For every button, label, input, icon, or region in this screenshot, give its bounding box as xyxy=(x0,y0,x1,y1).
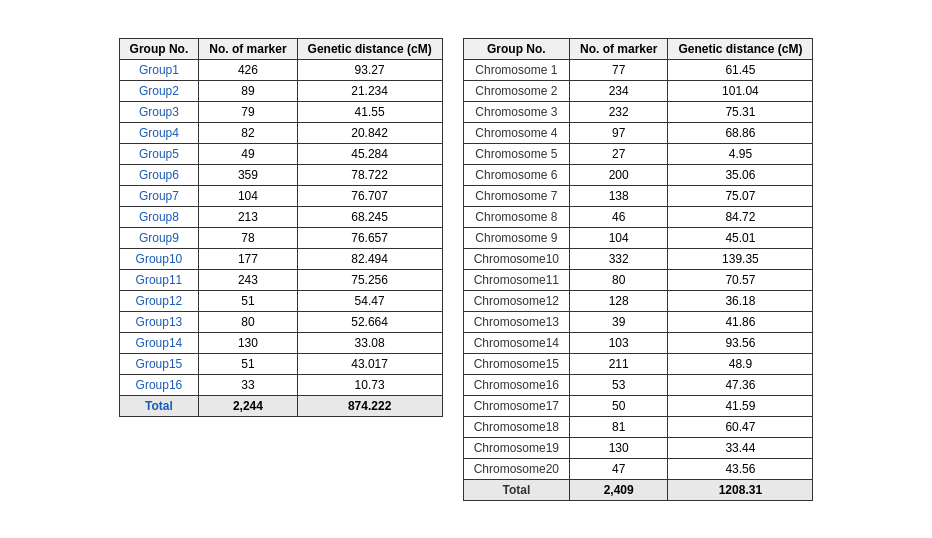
left-table: Group No. No. of marker Genetic distance… xyxy=(119,38,443,417)
right-header-marker: No. of marker xyxy=(570,38,668,59)
table-row: Chromosome188160.47 xyxy=(463,416,813,437)
table-row: Chromosome133941.86 xyxy=(463,311,813,332)
table-row: Group125154.47 xyxy=(119,290,442,311)
total-row: Total2,4091208.31 xyxy=(463,479,813,500)
table-row: Chromosome165347.36 xyxy=(463,374,813,395)
table-row: Group710476.707 xyxy=(119,185,442,206)
left-header-group: Group No. xyxy=(119,38,199,59)
table-row: Chromosome 620035.06 xyxy=(463,164,813,185)
table-row: Group37941.55 xyxy=(119,101,442,122)
table-row: Chromosome 17761.45 xyxy=(463,59,813,80)
table-row: Group821368.245 xyxy=(119,206,442,227)
table-row: Chromosome10332139.35 xyxy=(463,248,813,269)
table-row: Chromosome118070.57 xyxy=(463,269,813,290)
table-row: Chromosome 713875.07 xyxy=(463,185,813,206)
table-row: Group1413033.08 xyxy=(119,332,442,353)
right-header-group: Group No. xyxy=(463,38,569,59)
table-row: Group138052.664 xyxy=(119,311,442,332)
table-row: Chromosome 910445.01 xyxy=(463,227,813,248)
tables-wrapper: Group No. No. of marker Genetic distance… xyxy=(119,38,814,501)
table-row: Chromosome 323275.31 xyxy=(463,101,813,122)
table-row: Group54945.284 xyxy=(119,143,442,164)
table-row: Group1124375.256 xyxy=(119,269,442,290)
table-row: Chromosome175041.59 xyxy=(463,395,813,416)
table-row: Group28921.234 xyxy=(119,80,442,101)
table-row: Group142693.27 xyxy=(119,59,442,80)
table-row: Group97876.657 xyxy=(119,227,442,248)
table-row: Chromosome 2234101.04 xyxy=(463,80,813,101)
table-row: Group48220.842 xyxy=(119,122,442,143)
table-row: Chromosome1212836.18 xyxy=(463,290,813,311)
table-row: Chromosome 49768.86 xyxy=(463,122,813,143)
table-row: Group635978.722 xyxy=(119,164,442,185)
left-header-marker: No. of marker xyxy=(199,38,297,59)
total-row: Total2,244874.222 xyxy=(119,395,442,416)
table-row: Chromosome1410393.56 xyxy=(463,332,813,353)
table-row: Group1017782.494 xyxy=(119,248,442,269)
table-row: Chromosome204743.56 xyxy=(463,458,813,479)
table-row: Chromosome1521148.9 xyxy=(463,353,813,374)
table-row: Chromosome 84684.72 xyxy=(463,206,813,227)
right-table: Group No. No. of marker Genetic distance… xyxy=(463,38,814,501)
table-row: Chromosome1913033.44 xyxy=(463,437,813,458)
left-header-distance: Genetic distance (cM) xyxy=(297,38,442,59)
table-row: Group163310.73 xyxy=(119,374,442,395)
right-header-distance: Genetic distance (cM) xyxy=(668,38,813,59)
table-row: Group155143.017 xyxy=(119,353,442,374)
table-row: Chromosome 5274.95 xyxy=(463,143,813,164)
